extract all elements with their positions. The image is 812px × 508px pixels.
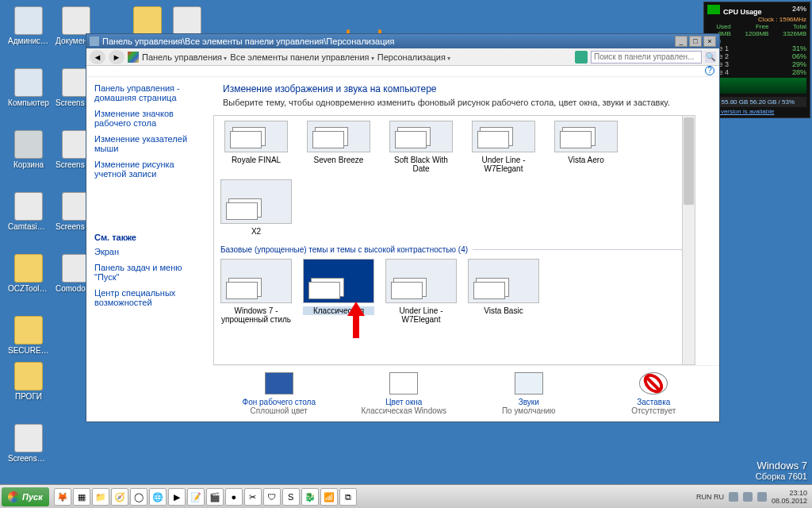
- file-icon: [173, 6, 201, 35]
- theme-item[interactable]: Under Line - W7Elegant: [385, 259, 457, 324]
- taskbar-item[interactable]: 🌐: [149, 488, 167, 506]
- taskbar-item[interactable]: 📶: [320, 488, 338, 506]
- tray-icon[interactable]: [743, 492, 753, 502]
- start-orb-icon: [8, 491, 19, 502]
- desktop-icon[interactable]: Camtasia Studio 7: [8, 192, 49, 231]
- theme-preview: [554, 121, 618, 152]
- icon-label: SECURETY: [8, 346, 49, 355]
- theme-label: Windows 7 - упрощенный стиль: [220, 306, 292, 324]
- taskbar[interactable]: Пуск 🦊▦📁🧭◯🌐▶📝🎬●✂🛡S🐉📶⧉ RUN RU 23:1008.05.…: [0, 484, 812, 508]
- desktop-icon[interactable]: Администр...: [8, 6, 49, 45]
- taskbar-item[interactable]: 🦊: [54, 488, 71, 506]
- taskbar-item[interactable]: ▦: [73, 488, 90, 506]
- theme-item[interactable]: Vista Basic: [468, 259, 539, 324]
- row-aero2: X2: [220, 176, 688, 239]
- footer-title: Цвет окна: [352, 398, 455, 406]
- footer-title: Звуки: [477, 398, 580, 406]
- taskbar-item[interactable]: 🧭: [111, 488, 128, 506]
- window-icon: [90, 37, 99, 46]
- cpu-graph: [707, 78, 806, 94]
- theme-preview: [472, 121, 535, 152]
- forward-button[interactable]: ►: [109, 50, 124, 64]
- desktop-icon[interactable]: [167, 6, 208, 37]
- desktop-icon[interactable]: SECURETY: [8, 316, 49, 355]
- theme-item[interactable]: Vista Aero: [550, 121, 622, 173]
- sidebar-link[interactable]: Изменение рисунка учетной записи: [94, 160, 205, 179]
- theme-item[interactable]: X2: [220, 179, 292, 236]
- footer-sub: По умолчанию: [477, 406, 580, 415]
- crumb-2[interactable]: Персонализация: [377, 52, 450, 62]
- mem-table: UsedFreeTotal 8MB1208MB3326MB: [707, 23, 806, 37]
- theme-preview: [389, 121, 453, 152]
- theme-item[interactable]: Soft Black With Date: [385, 121, 457, 173]
- desktop-icon[interactable]: ПРОГИ: [8, 362, 49, 401]
- help-icon[interactable]: ?: [705, 66, 714, 75]
- theme-label: Классическая: [303, 306, 374, 315]
- taskbar-item[interactable]: ▶: [168, 488, 186, 506]
- clock[interactable]: 23:1008.05.2012: [772, 489, 807, 505]
- theme-item[interactable]: Seven Breeze: [303, 121, 374, 173]
- theme-label: Seven Breeze: [303, 156, 374, 164]
- control-panel-icon: [128, 52, 139, 63]
- taskbar-item[interactable]: 🎬: [206, 488, 224, 506]
- go-button[interactable]: [575, 51, 588, 64]
- taskbar-item[interactable]: ●: [225, 488, 243, 506]
- minimize-button[interactable]: _: [675, 36, 688, 47]
- system-tray[interactable]: RUN RU 23:1008.05.2012: [696, 489, 810, 505]
- sidebar-link[interactable]: Изменение значков рабочего стола: [94, 109, 205, 128]
- taskbar-item[interactable]: S: [282, 488, 300, 506]
- desktop-icon[interactable]: OCZToolbo...: [8, 254, 49, 293]
- group-basic-label: Базовые (упрощенные) темы и темы с высок…: [220, 245, 468, 254]
- taskbar-item[interactable]: ◯: [130, 488, 147, 506]
- scroll-thumb[interactable]: [684, 117, 694, 205]
- close-button[interactable]: ×: [703, 36, 716, 47]
- see-also-link[interactable]: Панель задач и меню "Пуск": [94, 263, 205, 282]
- crumb-0[interactable]: Панель управления: [142, 52, 227, 62]
- footer-item[interactable]: ЗвукиПо умолчанию: [477, 372, 580, 415]
- taskbar-item[interactable]: ⧉: [339, 488, 357, 506]
- file-icon: [14, 254, 43, 283]
- footer-row: Фон рабочего столаСплошной цветЦвет окна…: [213, 365, 719, 421]
- icon-label: Корзина: [8, 160, 49, 169]
- taskbar-item[interactable]: 🐉: [301, 488, 319, 506]
- icon-label: Компьютер: [8, 98, 49, 107]
- sidebar-link[interactable]: Изменение указателей мыши: [94, 134, 205, 153]
- taskbar-item[interactable]: 📁: [92, 488, 109, 506]
- theme-item[interactable]: Классическая: [303, 259, 374, 324]
- taskbar-item[interactable]: 📝: [187, 488, 205, 506]
- titlebar[interactable]: Панель управления\Все элементы панели уп…: [86, 34, 719, 48]
- cores: Core 131%Core 206%Core 329%Core 428%: [707, 44, 806, 76]
- sidebar-link[interactable]: Панель управления - домашняя страница: [94, 83, 205, 102]
- desktop-icon[interactable]: [127, 6, 168, 37]
- desktop-icon[interactable]: Корзина: [8, 130, 49, 169]
- desktop-icon[interactable]: Компьютер: [8, 68, 49, 107]
- theme-item[interactable]: Royale FINAL: [220, 121, 292, 173]
- theme-item[interactable]: Windows 7 - упрощенный стиль: [220, 259, 292, 324]
- tray-icon[interactable]: [729, 492, 738, 502]
- see-also-link[interactable]: Центр специальных возможностей: [94, 288, 205, 307]
- maximize-button[interactable]: □: [689, 36, 702, 47]
- toolbar: ◄ ► Панель управления Все элементы панел…: [86, 48, 719, 66]
- start-button[interactable]: Пуск: [2, 487, 49, 506]
- search-icon[interactable]: 🔍: [705, 52, 716, 63]
- page-desc: Выберите тему, чтобы одновременно измени…: [223, 98, 710, 107]
- crumb-1[interactable]: Все элементы панели управления: [230, 52, 373, 62]
- footer-item[interactable]: Фон рабочего столаСплошной цвет: [228, 372, 331, 415]
- scrollbar[interactable]: [682, 116, 695, 364]
- taskbar-item[interactable]: ✂: [244, 488, 262, 506]
- file-icon: [62, 6, 90, 35]
- footer-item[interactable]: ЗаставкаОтсутствует: [602, 372, 705, 415]
- ram-label: Ram: [707, 37, 806, 44]
- amd-logo-icon: [707, 5, 720, 14]
- back-button[interactable]: ◄: [90, 50, 105, 64]
- file-icon: [14, 6, 43, 35]
- footer-item[interactable]: Цвет окнаКлассическая Windows: [352, 372, 455, 415]
- taskbar-item[interactable]: 🛡: [263, 488, 281, 506]
- search-input[interactable]: [591, 51, 702, 64]
- personalization-window: Панель управления\Все элементы панели уп…: [86, 33, 720, 422]
- see-also-link[interactable]: Экран: [94, 247, 205, 256]
- theme-item[interactable]: Under Line - W7Elegant: [468, 121, 539, 173]
- tray-icon[interactable]: [757, 492, 767, 502]
- theme-preview: [224, 121, 288, 152]
- desktop-icon[interactable]: Screenshot (23h 08...: [8, 424, 49, 463]
